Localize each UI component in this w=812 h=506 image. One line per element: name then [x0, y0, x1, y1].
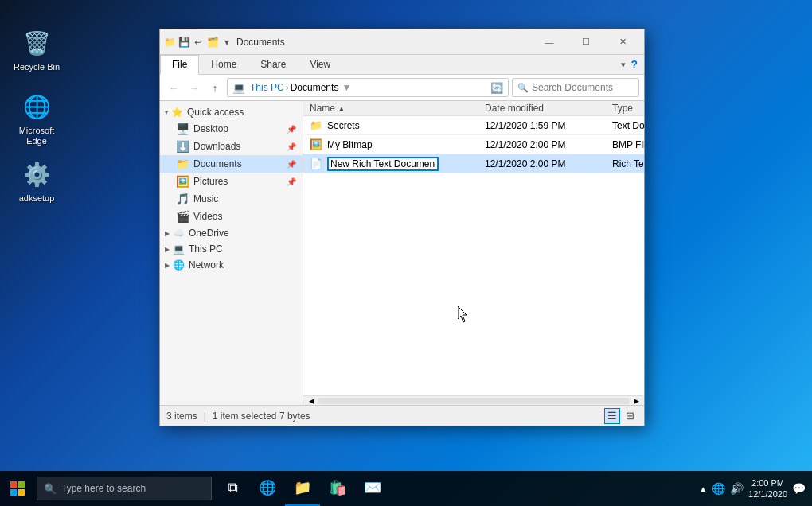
properties-icon: 🗂️	[206, 36, 219, 49]
rename-input[interactable]	[327, 157, 439, 171]
sidebar-item-documents[interactable]: 📁 Documents 📌	[160, 155, 303, 173]
chevron-quick-access: ▾	[165, 109, 168, 116]
tab-share[interactable]: Share	[248, 55, 298, 74]
pictures-pin-icon: 📌	[287, 177, 296, 186]
up-button[interactable]: ↑	[206, 79, 224, 96]
network-icon: 🌐	[173, 259, 185, 271]
ribbon-collapse-icon[interactable]: ▾	[621, 60, 626, 70]
large-icons-view-button[interactable]: ⊞	[622, 408, 638, 424]
path-this-pc[interactable]: This PC	[250, 82, 284, 93]
window-title: Documents	[236, 37, 531, 48]
pictures-nav-icon: 🖼️	[176, 175, 189, 188]
sidebar-item-this-pc[interactable]: ▶ 💻 This PC	[160, 241, 303, 257]
scroll-track[interactable]	[318, 398, 630, 404]
desktop-icon-adksetup[interactable]: ⚙️ adksetup	[8, 155, 65, 207]
col-name[interactable]: Name ▲	[310, 103, 485, 114]
pictures-nav-label: Pictures	[193, 176, 228, 187]
file-icon-rtf: 📄	[310, 158, 322, 170]
onedrive-icon: ☁️	[173, 228, 185, 239]
table-row[interactable]: 🖼️ My Bitmap 12/1/2020 2:00 PM BMP File …	[303, 135, 644, 154]
path-documents[interactable]: Documents	[291, 82, 339, 93]
taskbar-task-view[interactable]: ⧉	[215, 471, 250, 506]
sidebar-item-onedrive[interactable]: ▶ ☁️ OneDrive	[160, 225, 303, 241]
search-box[interactable]: 🔍	[512, 78, 639, 97]
main-content: ▾ ⭐ Quick access 🖥️ Desktop 📌 ⬇️ Downloa…	[160, 101, 644, 405]
desktop-icon-microsoft-edge[interactable]: 🌐 Microsoft Edge	[8, 88, 65, 150]
desktop-icon-recycle-bin[interactable]: 🗑️ Recycle Bin	[8, 24, 65, 76]
start-button[interactable]	[0, 471, 35, 506]
taskbar-store[interactable]: 🛍️	[320, 471, 355, 506]
tray-chevron[interactable]: ▲	[699, 485, 707, 493]
sidebar-item-music[interactable]: 🎵 Music	[160, 190, 303, 208]
tray-volume-icon[interactable]: 🔊	[730, 482, 744, 495]
file-list-header: Name ▲ Date modified Type Size	[303, 101, 644, 116]
tray-network-icon: 🌐	[712, 482, 725, 495]
tab-view[interactable]: View	[298, 55, 342, 74]
taskbar-search-placeholder: Type here to search	[61, 483, 146, 494]
chevron-this-pc: ▶	[165, 246, 170, 253]
sidebar-item-pictures[interactable]: 🖼️ Pictures 📌	[160, 173, 303, 190]
this-pc-icon: 💻	[173, 243, 185, 255]
file-modified-rtf: 12/1/2020 2:00 PM	[485, 158, 612, 169]
path-refresh[interactable]: 🔄	[490, 82, 503, 94]
selected-size: 7 bytes	[279, 411, 310, 422]
file-modified-secrets: 12/1/2020 1:59 PM	[485, 120, 612, 131]
title-bar-icons: 📁 💾 ↩ 🗂️ ▾	[163, 36, 233, 49]
taskbar-edge[interactable]: 🌐	[250, 471, 285, 506]
save-icon: 💾	[178, 36, 190, 49]
sidebar-item-desktop[interactable]: 🖥️ Desktop 📌	[160, 120, 303, 138]
back-button[interactable]: ←	[165, 79, 182, 96]
nav-pane: ▾ ⭐ Quick access 🖥️ Desktop 📌 ⬇️ Downloa…	[160, 101, 303, 405]
file-explorer-window: 📁 💾 ↩ 🗂️ ▾ Documents — ☐ ✕ File Home Sha…	[159, 29, 645, 426]
taskbar-explorer[interactable]: 📁	[285, 471, 320, 506]
title-bar: 📁 💾 ↩ 🗂️ ▾ Documents — ☐ ✕	[160, 29, 644, 55]
file-icon-secrets: 📁	[310, 119, 322, 132]
path-dropdown[interactable]: ▼	[342, 82, 351, 93]
taskbar-date-value: 12/1/2020	[748, 488, 787, 500]
taskbar-clock[interactable]: 2:00 PM 12/1/2020	[748, 477, 787, 500]
col-modified[interactable]: Date modified	[485, 103, 612, 114]
sidebar-item-network[interactable]: ▶ 🌐 Network	[160, 257, 303, 273]
music-nav-label: Music	[193, 193, 218, 204]
file-name-secrets: Secrets	[327, 120, 360, 131]
sidebar-item-downloads[interactable]: ⬇️ Downloads 📌	[160, 138, 303, 155]
help-icon[interactable]: ?	[630, 58, 638, 71]
horizontal-scrollbar[interactable]: ◀ ▶	[303, 395, 644, 405]
search-input[interactable]	[532, 82, 634, 93]
music-nav-icon: 🎵	[176, 193, 189, 205]
downloads-nav-label: Downloads	[193, 141, 240, 152]
documents-nav-label: Documents	[193, 158, 242, 169]
sidebar-item-quick-access[interactable]: ▾ ⭐ Quick access	[160, 104, 303, 120]
ribbon: File Home Share View ▾ ?	[160, 55, 644, 75]
desktop-pin-icon: 📌	[287, 125, 296, 134]
tab-file[interactable]: File	[160, 55, 199, 75]
tray-notification[interactable]: 💬	[792, 482, 806, 495]
file-type-bitmap: BMP File	[612, 139, 644, 150]
taskbar-mail[interactable]: ✉️	[355, 471, 390, 506]
dropdown-icon[interactable]: ▾	[221, 36, 233, 49]
this-pc-label: This PC	[189, 243, 223, 255]
taskbar-time-value: 2:00 PM	[748, 477, 787, 488]
taskbar-search-box[interactable]: 🔍 Type here to search	[37, 477, 212, 500]
details-view-button[interactable]: ☰	[604, 408, 620, 424]
selected-info: 1 item selected	[213, 411, 277, 422]
tab-home[interactable]: Home	[199, 55, 248, 74]
search-icon: 🔍	[517, 83, 529, 93]
maximize-button[interactable]: ☐	[568, 29, 604, 55]
address-bar: ← → ↑ 💻 This PC › Documents ▼ 🔄 🔍	[160, 75, 644, 101]
file-icon-bitmap: 🖼️	[310, 138, 322, 151]
forward-button[interactable]: →	[185, 79, 203, 96]
table-row[interactable]: 📄 12/1/2020 2:00 PM Rich Text Document 1…	[303, 154, 644, 173]
scroll-left-button[interactable]: ◀	[305, 396, 318, 406]
sidebar-item-videos[interactable]: 🎬 Videos	[160, 208, 303, 225]
documents-nav-icon: 📁	[176, 158, 189, 170]
address-path[interactable]: 💻 This PC › Documents ▼ 🔄	[227, 78, 509, 97]
desktop-nav-icon: 🖥️	[176, 123, 189, 135]
minimize-button[interactable]: —	[531, 29, 568, 55]
col-type[interactable]: Type	[612, 103, 644, 114]
status-separator: |	[204, 411, 206, 422]
close-button[interactable]: ✕	[604, 29, 641, 55]
scroll-right-button[interactable]: ▶	[630, 396, 642, 406]
view-controls: ☰ ⊞	[604, 408, 638, 424]
table-row[interactable]: 📁 Secrets 12/1/2020 1:59 PM Text Documen…	[303, 116, 644, 135]
